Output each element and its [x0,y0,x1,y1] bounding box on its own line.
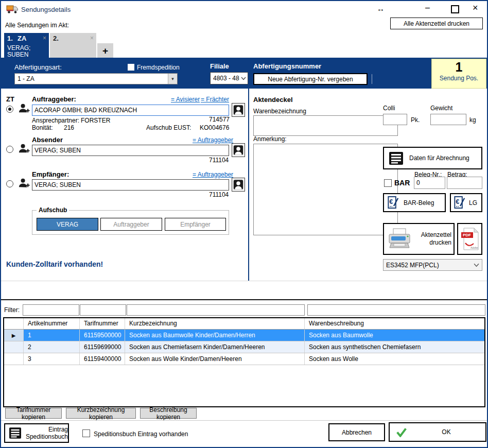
fraechter-link[interactable]: = Frächter [201,96,229,103]
table-row[interactable]: 2 61159699000 Socken aus Chemiefasern Ki… [4,341,484,353]
lg-button[interactable]: € LG [450,193,482,212]
filter-kurzbezeichnung-input[interactable] [127,304,305,316]
print-all-aktenzettel-button[interactable]: Alle Aktenzettel drucken [390,18,483,29]
add-person-icon[interactable] [18,177,30,189]
bar-beleg-label: BAR-Beleg [404,199,434,206]
empfaenger-radio[interactable] [6,180,13,187]
add-person-icon[interactable] [18,102,30,114]
absender-auftraggeber-link[interactable]: = Auftraggeber [193,136,233,144]
maximize-button[interactable] [451,5,459,13]
filter-artikelnummer-input[interactable] [23,304,79,316]
fremdspedition-label: Fremdspedition [137,64,180,71]
ansprechpartner-value: FORSTER [81,117,110,124]
divider [372,74,372,84]
table-row[interactable]: ▶ 1 61159500000 Socken aus Baumwolle Kin… [4,330,484,341]
column-header[interactable]: Kurzbezeichnung [125,318,305,329]
zt-column-label: ZT [6,95,14,103]
sendungsdetails-window: Sendungsdetails ↔ – × Alle Sendungen im … [0,0,488,448]
colli-input[interactable] [383,114,407,125]
auftraggeber-contact-button[interactable] [232,103,245,117]
warenbezeichnung-textarea[interactable] [253,115,398,136]
avisierer-link[interactable]: = Avisierer [171,96,200,103]
copy-tarifnummer-button[interactable]: Tarifnummer kopieren [5,408,62,419]
bonitaet-label: Bonität: [32,124,53,131]
column-header[interactable]: Warenbeschreibung [305,318,484,329]
auftraggeber-radio[interactable] [6,106,13,113]
green-check-icon [396,427,407,437]
current-row-arrow-icon: ▶ [12,333,16,338]
copy-beschreibung-button[interactable]: Beschreibung kopieren [140,408,197,419]
filiale-label: Filiale [210,62,229,70]
person-icon [233,145,243,156]
row-selector-cell[interactable]: ▶ [4,330,24,341]
empfaenger-input[interactable] [32,179,229,191]
tab-subline: SUBEN [7,51,28,58]
cell-kurzbezeichnung: Socken aus Chemiefasern Kinder/Damen/Hee… [125,341,305,353]
copy-kurzbezeichnung-button[interactable]: Kurzbezeichnung kopieren [66,408,136,419]
auftraggeber-input[interactable] [32,105,229,116]
row-selector-header [4,318,24,329]
ok-button[interactable]: OK [389,422,486,442]
fremdspedition-checkbox[interactable] [128,64,134,71]
absender-contact-button[interactable] [232,143,245,157]
aufschub-auftraggeber-button[interactable]: Auftraggeber [100,218,162,231]
chevron-down-icon: ▼ [168,74,177,84]
beleg-nr-input[interactable] [414,177,445,189]
aufschub-eust-value: KO004676 [200,124,229,131]
filiale-select[interactable]: 4803 - 480 [210,72,248,84]
anmerkung-textarea[interactable] [253,144,398,235]
filiale-value: 4803 - 480 [213,75,239,82]
tab-close-icon[interactable]: × [43,35,46,42]
colli-unit-label: Pk. [411,116,420,124]
speditionsbuch-eintrag-button[interactable]: Eintrag Speditionsbuch [4,423,69,443]
tab-subline: VERAG; [7,44,30,51]
column-header[interactable]: Artikelnummer [24,318,80,329]
shipment-tab-2[interactable]: 2. × [50,33,96,59]
add-shipment-tab-button[interactable]: + [97,43,113,59]
speditionsbuch-line2: Speditionsbuch [26,433,68,440]
bar-beleg-button[interactable]: € BAR-Beleg [383,193,446,212]
speditionsbuch-checkbox[interactable] [82,429,90,437]
panel-divider [248,89,249,281]
absender-label: Absender [32,136,63,144]
cell-kurzbezeichnung: Socken aus Wolle Kinder/Damen/Heeren [125,353,305,365]
row-selector-cell[interactable] [4,341,24,353]
tab-close-icon[interactable]: × [90,35,94,42]
minimize-button[interactable]: – [425,3,430,12]
speditionsbuch-line1: Eintrag [48,426,68,433]
daten-abrechnung-button[interactable]: Daten für Abrechnung [383,147,482,169]
bar-checkbox[interactable] [384,179,392,187]
table-row[interactable]: 3 61159400000 Socken aus Wolle Kinder/Da… [4,353,484,365]
cancel-button[interactable]: Abbrechen [328,423,385,441]
add-person-icon[interactable] [18,143,30,154]
row-selector-cell[interactable] [4,353,24,365]
new-abfertigungsnummer-button[interactable]: Neue Abfertigung-Nr. vergeben [253,73,368,85]
ok-label: OK [407,428,485,436]
daten-abrechnung-label: Daten für Abrechnung [409,154,469,162]
shipment-tab-1[interactable]: 1. ZA × VERAG; SUBEN [4,33,49,59]
pdf-export-button[interactable]: PDF Adobe [457,223,482,255]
empfaenger-auftraggeber-link[interactable]: = Auftraggeber [193,171,233,178]
app-truck-icon [6,4,19,14]
resize-window-button[interactable]: ↔ [377,4,385,13]
printer-select[interactable]: ES3452 MFP(PCL) [383,259,482,271]
close-button[interactable]: × [473,3,478,13]
tab-number: 1. [7,35,13,42]
warenbezeichnung-label: Warenbezeichnung [253,108,306,115]
abfertigungsart-select[interactable]: 1 - ZA ▼ [14,73,178,84]
absender-radio[interactable] [6,146,13,153]
empfaenger-contact-button[interactable] [232,178,245,192]
position-count-label: Sendung Pos. [432,75,486,82]
empfaenger-label: Empfänger: [32,170,69,178]
euro-receipt-icon: € [454,196,466,210]
filter-warenbeschreibung-input[interactable] [307,304,485,316]
absender-input[interactable] [32,145,229,156]
aufschub-verag-button[interactable]: VERAG [37,218,98,231]
aktenzettel-drucken-button[interactable]: Aktenzettel drucken [383,223,455,255]
column-header[interactable]: Tarifnummer [80,318,125,329]
filter-tarifnummer-input[interactable] [80,304,126,316]
gewicht-input[interactable] [430,114,466,125]
person-icon [233,179,243,190]
betrag-input[interactable] [447,177,482,189]
aufschub-empfaenger-button[interactable]: Empfänger [165,218,226,231]
